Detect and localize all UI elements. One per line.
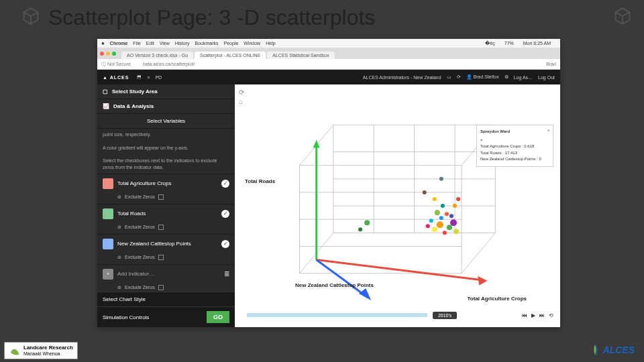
checkbox[interactable] [158,285,164,290]
chart-area[interactable]: ⟳ ⌂ [235,84,560,327]
plus-icon[interactable]: + [103,269,113,280]
color-swatch[interactable] [103,178,113,189]
menu-item[interactable]: File [133,41,140,46]
timeline-track[interactable] [247,313,427,317]
menu-item[interactable]: View [160,41,170,46]
refresh-icon[interactable]: ⟳ [457,74,461,80]
indicator-row[interactable]: New Zealand Cattlestop Points ✓ [97,234,235,253]
check-icon[interactable]: ✓ [221,240,229,248]
book-icon[interactable]: ▭ [447,74,451,80]
svg-marker-18 [478,276,487,286]
color-swatch[interactable] [103,208,113,219]
wifi-icon[interactable]: �êç [485,41,494,46]
map-icon: ▢ [103,88,108,95]
help-text: point size, respectively. A color gradie… [97,129,235,174]
svg-point-25 [439,216,443,220]
checkbox[interactable] [158,255,164,260]
tooltip-row: = [480,137,549,144]
menu-item[interactable]: History [175,41,190,46]
exclude-zeros-row[interactable]: ⊘ Exclude Zeros [97,223,235,234]
timeline[interactable]: 2010's ⏮ ▶ ⏭ ⟲ [235,306,560,324]
exclude-zeros-row[interactable]: ⊘ Exclude Zeros [97,253,235,264]
browser-window: ● Chrome File Edit View History Bookmark… [97,39,560,327]
gear-icon[interactable]: ⚙ [504,74,508,80]
color-swatch[interactable] [103,239,113,249]
svg-point-39 [453,204,457,208]
home-chart-icon[interactable]: ⌂ [239,98,243,105]
footer-logos: Landcare Research Manaaki Whenua [4,342,78,359]
svg-point-29 [445,212,449,216]
app-logo[interactable]: ▲ ALCES [103,75,129,80]
window-controls[interactable] [100,52,116,56]
chart-icon: 📈 [103,103,109,109]
profile-name[interactable]: Brad [546,62,556,66]
tooltip-title: Spreydon Ward [480,129,549,135]
chart-tooltip: × Spreydon Ward = Total Agriculture Crop… [476,125,553,167]
exclude-zeros-row[interactable]: ⊘ Exclude Zeros [97,193,235,204]
exclude-icon: ⊘ [117,255,121,260]
tooltip-row: Total Roads : 17.413 [480,150,549,157]
chart-style-row[interactable]: Select Chart Style [97,292,235,306]
nav-icon[interactable]: ≡ [147,75,150,80]
tab-bar: AO Version 3 check.xlsx - Go Scatterplot… [97,48,560,59]
nav-icon[interactable]: ⬒ [137,74,142,80]
loop-icon[interactable]: ⟲ [549,312,553,318]
go-button[interactable]: GO [207,311,229,323]
indicator-row[interactable]: Total Roads ✓ [97,204,235,223]
alces-logo: ALCES [590,343,635,357]
exclude-icon: ⊘ [117,225,121,230]
svg-point-23 [443,231,447,235]
slide-title: Scatterplot Page: 3 -D scatterplots [48,5,375,30]
simulation-controls-row[interactable]: Simulation Controls GO [97,306,235,327]
user-name[interactable]: 👤 Brad.Stelfox [466,74,499,80]
menu-item[interactable]: People [223,41,238,46]
mac-menubar: ● Chrome File Edit View History Bookmark… [97,39,560,48]
axis-z-label: New Zealand Cattlestop Points [295,282,374,288]
close-icon[interactable]: × [547,127,550,135]
svg-point-35 [423,190,427,194]
log-as-link[interactable]: Log As… [514,75,533,80]
sidebar-select-variables[interactable]: Select Variables [97,114,235,129]
svg-point-37 [364,220,370,225]
menu-item[interactable]: Window [244,41,260,46]
add-indicator-row[interactable]: + Add Indicator… ≣ [97,264,235,284]
sidebar-bottom: Select Chart Style Simulation Controls G… [97,292,235,327]
svg-point-30 [435,210,440,215]
close-icon[interactable] [100,52,104,56]
sidebar-study-area[interactable]: ▢ Select Study Area [97,84,235,99]
exclude-icon: ⊘ [117,285,121,290]
skip-forward-icon[interactable]: ⏭ [539,312,545,318]
checkbox[interactable] [158,194,164,200]
browser-tab[interactable]: Scatterplot - ALCES ONLINE [195,52,266,59]
menu-app[interactable]: Chrome [110,41,127,46]
check-icon[interactable]: ✓ [221,210,229,218]
address-bar[interactable]: ⓘ Not Secure beta.alces.ca/scatterplot/ … [97,59,560,70]
landcare-logo: Landcare Research Manaaki Whenua [4,342,78,359]
sidebar-data-analysis[interactable]: 📈 Data & Analysis [97,99,235,114]
svg-marker-16 [313,139,320,147]
app-header: ▲ ALCES ⬒ ≡ PD ALCES Administrators - Ne… [97,70,560,84]
refresh-chart-icon[interactable]: ⟳ [239,88,244,96]
axis-x-label: Total Agriculture Crops [468,296,527,302]
minimize-icon[interactable] [106,52,110,56]
indicator-row[interactable]: Total Agriculture Crops ✓ [97,174,235,193]
menu-item[interactable]: Edit [146,41,154,46]
logout-link[interactable]: Log Out [538,75,555,80]
clock: Mon 8:25 AM [523,41,551,46]
browser-tab[interactable]: AO Version 3 check.xlsx - Go [121,52,193,59]
nav-item[interactable]: PD [155,75,162,80]
check-icon[interactable]: ✓ [221,180,229,188]
browser-tab[interactable]: ALCES Statistical Sandbox [267,52,334,59]
menu-item[interactable]: Help [266,41,275,46]
maximize-icon[interactable] [112,52,116,56]
checkbox[interactable] [158,225,164,230]
skip-back-icon[interactable]: ⏮ [522,312,527,318]
svg-point-36 [439,177,443,181]
svg-point-33 [441,204,445,208]
svg-marker-20 [359,288,371,300]
context-label[interactable]: ALCES Administrators - New Zealand [363,75,441,80]
svg-point-31 [426,224,430,228]
menu-item[interactable]: Bookmarks [195,41,218,46]
list-icon[interactable]: ≣ [224,270,229,278]
play-icon[interactable]: ▶ [531,312,535,318]
